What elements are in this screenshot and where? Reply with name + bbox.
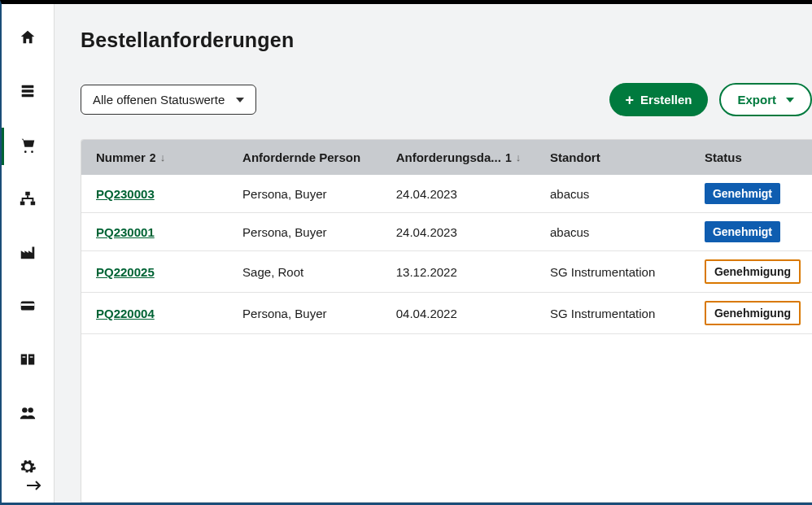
create-button[interactable]: + Erstellen bbox=[609, 83, 709, 116]
caret-down-icon bbox=[236, 98, 244, 102]
svg-rect-2 bbox=[22, 94, 34, 98]
cell-standort: SG Instrumentation bbox=[539, 251, 693, 293]
svg-rect-5 bbox=[31, 202, 35, 206]
status-badge: Genehmigung bbox=[705, 301, 801, 325]
sidebar-item-settings[interactable] bbox=[2, 456, 54, 481]
cell-standort: abacus bbox=[539, 175, 693, 213]
svg-point-10 bbox=[22, 407, 27, 412]
svg-rect-4 bbox=[20, 202, 25, 206]
home-icon bbox=[19, 28, 37, 50]
cell-datum: 13.12.2022 bbox=[385, 251, 539, 293]
cell-datum: 24.04.2023 bbox=[385, 175, 539, 213]
requisition-link[interactable]: PQ220004 bbox=[96, 307, 155, 320]
svg-point-11 bbox=[28, 407, 33, 412]
column-header-person[interactable]: Anfordernde Person bbox=[231, 140, 385, 175]
toolbar: Alle offenen Statuswerte + Erstellen Exp… bbox=[81, 83, 812, 116]
requisition-link[interactable]: PQ230001 bbox=[96, 225, 155, 239]
status-badge: Genehmigt bbox=[705, 221, 780, 242]
sidebar-item-factory[interactable] bbox=[2, 242, 54, 266]
arrow-right-icon bbox=[24, 481, 44, 495]
data-table-container: Nummer 2 ↓ Anfordernde Person Anforderun… bbox=[81, 139, 812, 503]
status-filter-label: Alle offenen Statuswerte bbox=[93, 93, 225, 107]
page-title: Bestellanforderungen bbox=[81, 28, 812, 52]
requisition-link[interactable]: PQ230003 bbox=[96, 187, 155, 201]
cell-datum: 24.04.2023 bbox=[385, 213, 539, 251]
table-row: PQ230001 Persona, Buyer 24.04.2023 abacu… bbox=[81, 213, 812, 251]
cell-datum: 04.04.2022 bbox=[385, 293, 539, 334]
table-body: PQ230003 Persona, Buyer 24.04.2023 abacu… bbox=[81, 175, 812, 334]
sitemap-icon bbox=[19, 189, 37, 211]
requisition-link[interactable]: PQ220025 bbox=[96, 265, 155, 279]
requisitions-table: Nummer 2 ↓ Anfordernde Person Anforderun… bbox=[81, 140, 812, 334]
sidebar-expand-toggle[interactable] bbox=[24, 478, 44, 496]
svg-rect-8 bbox=[23, 356, 26, 357]
create-button-label: Erstellen bbox=[640, 93, 692, 107]
table-row: PQ230003 Persona, Buyer 24.04.2023 abacu… bbox=[81, 175, 812, 213]
card-icon bbox=[19, 297, 37, 318]
sidebar-item-people[interactable] bbox=[2, 403, 54, 427]
book-icon bbox=[19, 350, 37, 372]
sort-down-icon: ↓ bbox=[160, 151, 166, 163]
main-content: Bestellanforderungen Alle offenen Status… bbox=[55, 4, 812, 503]
people-icon bbox=[19, 404, 37, 425]
cell-standort: SG Instrumentation bbox=[539, 293, 693, 334]
export-button-label: Export bbox=[737, 93, 776, 107]
sidebar-item-data[interactable] bbox=[2, 81, 54, 105]
cell-standort: abacus bbox=[539, 213, 693, 251]
column-header-datum[interactable]: Anforderungsda... 1 ↓ bbox=[385, 140, 539, 175]
svg-rect-3 bbox=[25, 192, 30, 196]
svg-rect-1 bbox=[22, 89, 34, 93]
table-row: PQ220025 Sage, Root 13.12.2022 SG Instru… bbox=[81, 251, 812, 293]
plus-icon: + bbox=[626, 93, 635, 107]
sidebar-item-card[interactable] bbox=[2, 295, 54, 320]
column-header-standort[interactable]: Standort bbox=[539, 140, 693, 175]
status-badge: Genehmigt bbox=[705, 183, 780, 204]
caret-down-icon bbox=[786, 98, 794, 102]
sort-down-icon: ↓ bbox=[516, 151, 522, 163]
cell-person: Sage, Root bbox=[231, 251, 385, 293]
table-row: PQ220004 Persona, Buyer 04.04.2022 SG In… bbox=[81, 293, 812, 334]
status-badge: Genehmigung bbox=[705, 259, 801, 284]
export-button[interactable]: Export bbox=[719, 83, 812, 116]
factory-icon bbox=[19, 243, 37, 264]
column-header-status[interactable]: Status bbox=[693, 140, 812, 175]
sidebar-item-org[interactable] bbox=[2, 188, 54, 212]
gear-icon bbox=[19, 458, 37, 479]
column-header-nummer[interactable]: Nummer 2 ↓ bbox=[81, 140, 231, 175]
sidebar-item-shop[interactable] bbox=[2, 134, 54, 159]
sidebar-item-home[interactable] bbox=[2, 27, 54, 51]
cell-person: Persona, Buyer bbox=[231, 293, 385, 334]
sidebar-item-book[interactable] bbox=[2, 349, 54, 373]
toolbar-actions: + Erstellen Export bbox=[609, 83, 812, 116]
svg-rect-9 bbox=[30, 356, 33, 357]
cell-person: Persona, Buyer bbox=[231, 213, 385, 251]
cart-icon bbox=[19, 136, 37, 157]
svg-rect-0 bbox=[22, 85, 34, 89]
status-filter-select[interactable]: Alle offenen Statuswerte bbox=[81, 85, 256, 115]
stack-icon bbox=[19, 82, 37, 103]
cell-person: Persona, Buyer bbox=[231, 175, 385, 213]
svg-rect-7 bbox=[21, 303, 35, 306]
sidebar bbox=[2, 4, 55, 503]
